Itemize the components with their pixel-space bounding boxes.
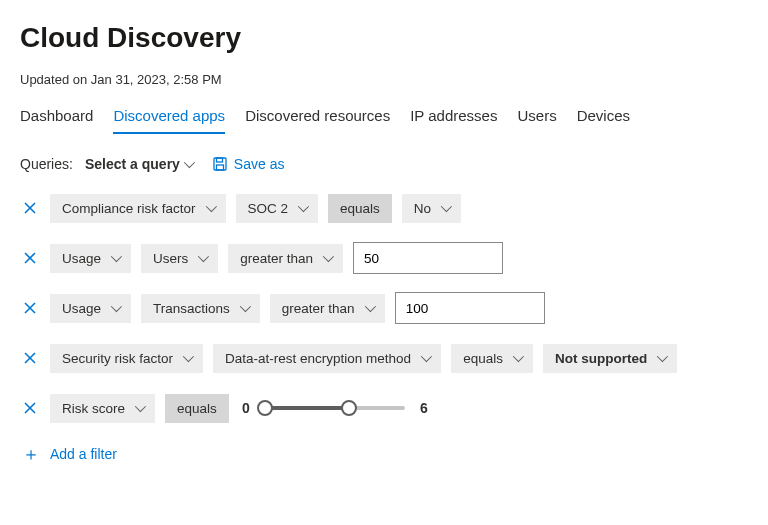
- filter-value-input[interactable]: [395, 292, 545, 324]
- filter-field[interactable]: Security risk factor: [50, 344, 203, 373]
- chevron-down-icon: [184, 157, 195, 168]
- slider-min-label: 0: [239, 400, 253, 416]
- filter-operator[interactable]: equals: [165, 394, 229, 423]
- filter-operator[interactable]: greater than: [228, 244, 343, 273]
- svg-rect-1: [216, 158, 222, 162]
- tab-ip-addresses[interactable]: IP addresses: [410, 101, 497, 133]
- filter-operator[interactable]: equals: [451, 344, 533, 373]
- slider-thumb-min[interactable]: [257, 400, 273, 416]
- slider-track[interactable]: [265, 406, 405, 410]
- filter-operator[interactable]: greater than: [270, 294, 385, 323]
- filter-value[interactable]: Not supported: [543, 344, 677, 373]
- filter-field[interactable]: Compliance risk factor: [50, 194, 226, 223]
- chevron-down-icon: [364, 301, 375, 312]
- filter-subfield[interactable]: SOC 2: [236, 194, 319, 223]
- filter-subfield[interactable]: Transactions: [141, 294, 260, 323]
- chevron-down-icon: [421, 351, 432, 362]
- tab-users[interactable]: Users: [517, 101, 556, 133]
- filters: Compliance risk factorSOC 2equalsNoUsage…: [20, 190, 748, 426]
- chevron-down-icon: [111, 251, 122, 262]
- page-title: Cloud Discovery: [20, 22, 748, 54]
- save-as-button[interactable]: Save as: [212, 156, 285, 172]
- chevron-down-icon: [111, 301, 122, 312]
- chevron-down-icon: [513, 351, 524, 362]
- risk-score-slider[interactable]: 06: [239, 400, 431, 416]
- tab-discovered-apps[interactable]: Discovered apps: [113, 101, 225, 134]
- chevron-down-icon: [205, 201, 216, 212]
- svg-rect-2: [216, 165, 223, 170]
- query-select-label: Select a query: [85, 156, 180, 172]
- remove-filter-icon[interactable]: [22, 200, 38, 216]
- query-select[interactable]: Select a query: [85, 156, 192, 172]
- filter-value[interactable]: No: [402, 194, 461, 223]
- filter-row: Compliance risk factorSOC 2equalsNo: [20, 190, 748, 226]
- filter-row: UsageTransactionsgreater than: [20, 290, 748, 326]
- remove-filter-icon[interactable]: [22, 300, 38, 316]
- save-as-label: Save as: [234, 156, 285, 172]
- filter-field[interactable]: Risk score: [50, 394, 155, 423]
- plus-icon: ＋: [22, 446, 40, 462]
- chevron-down-icon: [441, 201, 452, 212]
- remove-filter-icon[interactable]: [22, 350, 38, 366]
- updated-timestamp: Updated on Jan 31, 2023, 2:58 PM: [20, 72, 748, 87]
- remove-filter-icon[interactable]: [22, 400, 38, 416]
- slider-max-label: 6: [417, 400, 431, 416]
- remove-filter-icon[interactable]: [22, 250, 38, 266]
- chevron-down-icon: [135, 401, 146, 412]
- tabs: DashboardDiscovered appsDiscovered resou…: [20, 101, 748, 134]
- tab-discovered-resources[interactable]: Discovered resources: [245, 101, 390, 133]
- chevron-down-icon: [240, 301, 251, 312]
- add-filter-button[interactable]: ＋ Add a filter: [22, 446, 117, 462]
- chevron-down-icon: [298, 201, 309, 212]
- chevron-down-icon: [183, 351, 194, 362]
- filter-operator[interactable]: equals: [328, 194, 392, 223]
- slider-thumb-max[interactable]: [341, 400, 357, 416]
- add-filter-label: Add a filter: [50, 446, 117, 462]
- filter-row: UsageUsersgreater than: [20, 240, 748, 276]
- chevron-down-icon: [198, 251, 209, 262]
- save-icon: [212, 156, 228, 172]
- filter-field[interactable]: Usage: [50, 244, 131, 273]
- filter-row: Risk scoreequals06: [20, 390, 748, 426]
- filter-field[interactable]: Usage: [50, 294, 131, 323]
- filter-subfield[interactable]: Data-at-rest encryption method: [213, 344, 441, 373]
- queries-label: Queries:: [20, 156, 73, 172]
- query-bar: Queries: Select a query Save as: [20, 156, 748, 172]
- filter-subfield[interactable]: Users: [141, 244, 218, 273]
- filter-row: Security risk factorData-at-rest encrypt…: [20, 340, 748, 376]
- chevron-down-icon: [657, 351, 668, 362]
- svg-rect-0: [214, 158, 226, 170]
- tab-devices[interactable]: Devices: [577, 101, 630, 133]
- chevron-down-icon: [323, 251, 334, 262]
- tab-dashboard[interactable]: Dashboard: [20, 101, 93, 133]
- filter-value-input[interactable]: [353, 242, 503, 274]
